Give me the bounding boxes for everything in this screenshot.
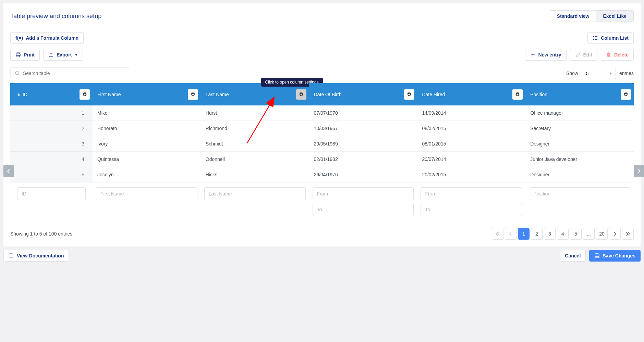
standard-view-tab[interactable]: Standard view [550,11,596,22]
cell-last-name: Hurst [201,105,309,121]
col-hired-label: Date Hired [422,92,445,97]
cell-first-name: Mike [93,105,201,121]
page-...[interactable]: ... [583,228,595,240]
search-icon [15,71,20,76]
entries-info: Showing 1 to 5 of 100 entries [10,231,72,237]
filter-last-name[interactable] [204,187,306,200]
page-last[interactable] [622,228,634,240]
side-nav-prev[interactable] [3,165,14,177]
view-toggle: Standard view Excel Like [550,10,634,22]
data-table: ID First Name Last Name Click to open co… [10,83,634,221]
filter-id[interactable] [17,187,86,200]
entries-select[interactable]: 5 [582,68,616,79]
formula-icon: f(×) [15,35,23,41]
show-label: Show [566,71,578,76]
save-label: Save Changes [603,253,635,258]
column-list-label: Column List [601,35,629,41]
chevron-down-icon: ▼ [74,53,78,57]
document-icon [9,253,14,258]
delete-button[interactable]: Delete [601,49,634,61]
cell-hired: 08/02/2015 [417,121,525,136]
filter-first-name[interactable] [96,187,197,200]
page-first[interactable] [492,228,503,240]
new-entry-button[interactable]: New entry [525,49,567,61]
column-settings-first-name[interactable] [188,89,198,100]
cell-first-name: Quintessa [93,152,201,167]
page-title: Table preview and columns setup [10,13,101,20]
excel-like-tab[interactable]: Excel Like [596,11,634,22]
column-header-first-name[interactable]: First Name [93,83,201,105]
page-prev[interactable] [505,228,517,240]
filter-position[interactable] [529,187,630,200]
page-5[interactable]: 5 [570,228,582,240]
cancel-button[interactable]: Cancel [560,250,586,262]
page-20[interactable]: 20 [596,228,608,240]
cell-last-name: Schmidt [201,136,309,152]
edit-button[interactable]: Edit [570,49,597,61]
cell-dob: 07/07/1970 [309,105,417,121]
edit-label: Edit [583,52,592,58]
save-changes-button[interactable]: Save Changes [589,250,641,262]
print-label: Print [24,52,35,58]
cell-position: Secretary [525,121,634,136]
view-documentation-button[interactable]: View Documentation [3,250,69,262]
cell-hired: 20/02/2015 [417,167,525,182]
cell-first-name: Honorato [93,121,201,136]
chevron-right-icon [637,169,641,174]
column-header-dob[interactable]: Date Of Birth [309,83,417,105]
add-formula-label: Add a Formula Column [26,35,78,41]
page-1[interactable]: 1 [518,228,530,240]
page-3[interactable]: 3 [544,228,556,240]
page-next[interactable] [609,228,621,240]
sort-desc-icon [17,92,21,97]
column-settings-position[interactable] [621,89,631,100]
cell-dob: 02/01/1982 [309,152,417,167]
entries-suffix: entries [619,71,634,76]
column-settings-dob[interactable] [404,89,414,100]
column-header-position[interactable]: Position [525,83,634,105]
cell-position: Office manager [525,105,634,121]
table-row[interactable]: 2HonoratoRichmond10/03/196708/02/2015Sec… [10,121,634,136]
col-dob-label: Date Of Birth [314,92,342,97]
svg-point-0 [15,71,19,75]
filter-dob-to[interactable] [313,203,414,216]
column-settings-id[interactable] [80,89,90,100]
search-input-container [10,67,130,79]
column-header-id[interactable]: ID [10,83,93,105]
print-icon [15,52,21,58]
column-list-button[interactable]: Column List [587,32,634,44]
column-header-hired[interactable]: Date Hired [417,83,525,105]
page-4[interactable]: 4 [557,228,569,240]
filter-hired-to[interactable] [421,203,522,216]
cell-id: 3 [10,136,93,152]
cell-dob: 10/03/1967 [309,121,417,136]
cell-dob: 29/04/1976 [309,167,417,182]
cell-hired: 14/09/2014 [417,105,525,121]
cell-dob: 29/05/1989 [309,136,417,152]
column-header-last-name[interactable]: Last Name Click to open column settings [201,83,309,105]
plus-icon [530,52,536,58]
table-row[interactable]: 4QuintessaOdonnell02/01/198220/07/2014Ju… [10,152,634,167]
table-row[interactable]: 3IvorySchmidt29/05/198908/01/2015Designe… [10,136,634,152]
pagination: 12345...20 [492,228,634,240]
filter-dob-from[interactable] [313,187,414,200]
cell-id: 2 [10,121,93,136]
search-input[interactable] [23,71,126,76]
delete-icon [606,52,611,58]
column-settings-hired[interactable] [512,89,523,100]
side-nav-next[interactable] [634,165,644,177]
col-id-label: ID [23,92,27,97]
export-button[interactable]: Export ▼ [43,49,83,61]
save-icon [594,253,600,258]
table-row[interactable]: 5JocelynHicks29/04/197620/02/2015Designe… [10,167,634,182]
filter-hired-from[interactable] [421,187,522,200]
table-row[interactable]: 1MikeHurst07/07/197014/09/2014Office man… [10,105,634,121]
print-button[interactable]: Print [10,49,40,61]
cell-last-name: Hicks [201,167,309,182]
column-settings-last-name[interactable]: Click to open column settings [296,89,306,100]
page-2[interactable]: 2 [531,228,543,240]
cell-last-name: Odonnell [201,152,309,167]
chevron-right-icon [613,232,617,236]
cell-position: Designer [525,136,634,152]
add-formula-button[interactable]: f(×) Add a Formula Column [10,32,84,44]
